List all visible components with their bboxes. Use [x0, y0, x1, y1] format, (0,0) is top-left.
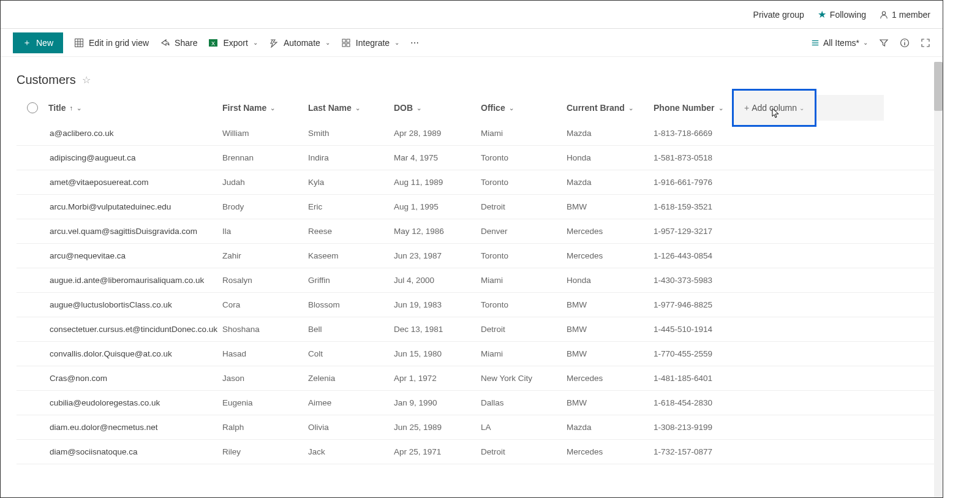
cell-office: Denver	[481, 227, 567, 236]
shared-icon: ⇱	[48, 447, 50, 448]
shared-icon: ⇱	[48, 251, 50, 252]
shared-icon: ⇱	[48, 202, 50, 203]
cell-title[interactable]: ⇱Cras@non.com	[48, 374, 222, 383]
cell-brand: Honda	[567, 153, 654, 162]
plus-icon: ＋	[23, 37, 31, 48]
cell-first-name: Riley	[222, 447, 308, 456]
cell-phone: 1-916-661-7976	[654, 178, 732, 187]
automate-button[interactable]: Automate ⌄	[269, 38, 330, 48]
table-row[interactable]: ⇱diam.eu.dolor@necmetus.netRalphOliviaJu…	[17, 415, 943, 440]
chevron-down-icon: ⌄	[799, 105, 804, 111]
cell-last-name: Aimee	[308, 398, 394, 407]
grid-icon	[74, 38, 84, 48]
column-header-phone[interactable]: Phone Number ⌄	[654, 103, 732, 113]
shared-icon: ⇱	[48, 129, 50, 130]
edit-grid-button[interactable]: Edit in grid view	[74, 38, 149, 48]
column-header-dob[interactable]: DOB ⌄	[394, 103, 481, 113]
cell-title[interactable]: ⇱arcu.vel.quam@sagittisDuisgravida.com	[48, 227, 222, 236]
cell-first-name: Judah	[222, 178, 308, 187]
cell-brand: Mercedes	[567, 447, 654, 456]
chevron-down-icon: ⌄	[394, 39, 399, 46]
svg-text:X: X	[211, 40, 215, 47]
shared-icon: ⇱	[48, 178, 50, 179]
person-icon	[880, 10, 888, 19]
cell-phone: 1-732-157-0877	[654, 447, 732, 456]
cell-title[interactable]: ⇱diam@sociisnatoque.ca	[48, 447, 222, 456]
members-link[interactable]: 1 member	[880, 10, 930, 20]
new-button[interactable]: ＋ New	[13, 32, 63, 53]
column-header-first-name[interactable]: First Name ⌄	[222, 103, 308, 113]
cell-title[interactable]: ⇱augue@luctuslobortisClass.co.uk	[48, 300, 222, 309]
cell-last-name: Smith	[308, 129, 394, 138]
cell-title[interactable]: ⇱arcu@nequevitae.ca	[48, 251, 222, 260]
cell-first-name: Eugenia	[222, 398, 308, 407]
cell-title[interactable]: ⇱augue.id.ante@liberomaurisaliquam.co.uk	[48, 276, 222, 285]
privacy-label: Private group	[753, 10, 804, 20]
cell-office: Detroit	[481, 202, 567, 211]
following-toggle[interactable]: ★ Following	[818, 9, 866, 20]
share-button[interactable]: Share	[160, 38, 197, 48]
column-header-title[interactable]: Title ↑ ⌄	[48, 103, 222, 113]
table-row[interactable]: ⇱diam@sociisnatoque.caRileyJackApr 25, 1…	[17, 440, 943, 464]
cell-office: Toronto	[481, 251, 567, 260]
chevron-down-icon: ⌄	[417, 105, 421, 111]
table-row[interactable]: ⇱augue.id.ante@liberomaurisaliquam.co.uk…	[17, 268, 943, 293]
column-header-office[interactable]: Office ⌄	[481, 103, 567, 113]
cell-title[interactable]: ⇱consectetuer.cursus.et@tinciduntDonec.c…	[48, 325, 222, 334]
cell-title[interactable]: ⇱convallis.dolor.Quisque@at.co.uk	[48, 349, 222, 358]
share-label: Share	[175, 38, 197, 48]
view-selector[interactable]: All Items* ⌄	[811, 38, 868, 48]
favorite-star-icon[interactable]: ☆	[82, 74, 91, 86]
cell-brand: Mercedes	[567, 227, 654, 236]
table-row[interactable]: ⇱amet@vitaeposuereat.comJudahKylaAug 11,…	[17, 170, 943, 195]
cell-title[interactable]: ⇱diam.eu.dolor@necmetus.net	[48, 423, 222, 432]
cell-brand: BMW	[567, 398, 654, 407]
svg-point-0	[882, 11, 885, 14]
column-header-current-brand[interactable]: Current Brand ⌄	[567, 103, 654, 113]
table-row[interactable]: ⇱cubilia@eudoloregestas.co.ukEugeniaAime…	[17, 391, 943, 415]
table-row[interactable]: ⇱arcu.Morbi@vulputateduinec.eduBrodyEric…	[17, 195, 943, 219]
expand-button[interactable]	[921, 38, 930, 48]
col-label: Current Brand	[567, 103, 625, 113]
export-button[interactable]: X Export ⌄	[208, 38, 257, 48]
add-column-button[interactable]: + Add column ⌄	[732, 89, 816, 127]
more-actions-button[interactable]: ⋯	[410, 38, 419, 48]
cell-office: Detroit	[481, 447, 567, 456]
svg-rect-10	[342, 43, 345, 47]
cell-title[interactable]: ⇱adipiscing@augueut.ca	[48, 153, 222, 162]
excel-icon: X	[208, 38, 218, 48]
cell-title[interactable]: ⇱arcu.Morbi@vulputateduinec.edu	[48, 202, 222, 211]
data-grid: Title ↑ ⌄ First Name ⌄ Last Name ⌄ DOB ⌄…	[1, 94, 943, 464]
cell-last-name: Griffin	[308, 276, 394, 285]
shared-icon: ⇱	[48, 276, 50, 277]
cell-first-name: Hasad	[222, 349, 308, 358]
cell-title[interactable]: ⇱a@aclibero.co.uk	[48, 129, 222, 138]
table-row[interactable]: ⇱arcu@nequevitae.caZahirKaseemJun 23, 19…	[17, 244, 943, 268]
integrate-button[interactable]: Integrate ⌄	[341, 38, 399, 48]
filter-button[interactable]	[879, 38, 889, 48]
table-row[interactable]: ⇱augue@luctuslobortisClass.co.ukCoraBlos…	[17, 293, 943, 317]
cell-office: Miami	[481, 129, 567, 138]
cell-title[interactable]: ⇱amet@vitaeposuereat.com	[48, 178, 222, 187]
integrate-label: Integrate	[356, 38, 390, 48]
col-label: DOB	[394, 103, 413, 113]
table-row[interactable]: ⇱convallis.dolor.Quisque@at.co.ukHasadCo…	[17, 342, 943, 366]
table-row[interactable]: ⇱arcu.vel.quam@sagittisDuisgravida.comIl…	[17, 219, 943, 244]
table-row[interactable]: ⇱Cras@non.comJasonZeleniaApr 1, 1972New …	[17, 366, 943, 391]
plus-icon: +	[744, 103, 749, 113]
cell-brand: BMW	[567, 325, 654, 334]
cell-title[interactable]: ⇱cubilia@eudoloregestas.co.uk	[48, 398, 222, 407]
scrollbar-track[interactable]	[934, 62, 943, 497]
column-header-last-name[interactable]: Last Name ⌄	[308, 103, 394, 113]
cell-dob: Jul 4, 2000	[394, 276, 481, 285]
select-all[interactable]	[17, 102, 48, 113]
cell-brand: Mazda	[567, 178, 654, 187]
chevron-down-icon: ⌄	[325, 39, 330, 46]
cell-first-name: William	[222, 129, 308, 138]
scrollbar-thumb[interactable]	[934, 62, 943, 111]
table-row[interactable]: ⇱consectetuer.cursus.et@tinciduntDonec.c…	[17, 317, 943, 342]
table-row[interactable]: ⇱adipiscing@augueut.caBrennanIndiraMar 4…	[17, 146, 943, 170]
info-button[interactable]	[900, 38, 910, 48]
cell-dob: Mar 4, 1975	[394, 153, 481, 162]
integrate-icon	[341, 38, 351, 48]
